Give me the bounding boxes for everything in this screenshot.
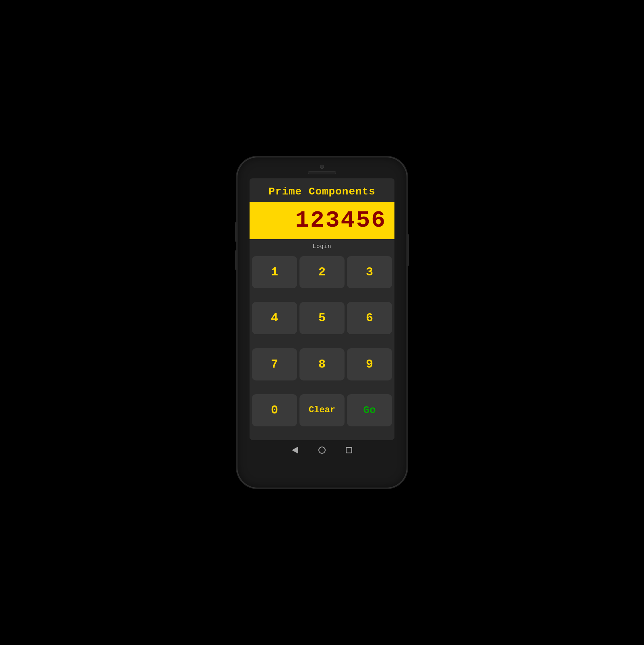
display-number: 123456 (295, 207, 386, 234)
volume-up-button (235, 222, 237, 242)
clear-button[interactable]: Clear (299, 394, 345, 426)
keypad: 1 2 3 4 5 6 7 8 9 0 Clear Go (250, 254, 394, 440)
go-button[interactable]: Go (347, 394, 392, 426)
phone-top-bar (237, 157, 407, 174)
nav-bar (237, 440, 407, 463)
back-button[interactable] (292, 447, 298, 454)
key-2[interactable]: 2 (299, 256, 345, 288)
login-button[interactable]: Login (312, 243, 331, 250)
key-5[interactable]: 5 (299, 302, 345, 334)
phone-device: Prime Components 123456 Login 1 2 3 4 5 … (237, 157, 407, 488)
key-7[interactable]: 7 (252, 348, 297, 380)
key-0[interactable]: 0 (252, 394, 297, 426)
key-8[interactable]: 8 (299, 348, 345, 380)
key-6[interactable]: 6 (347, 302, 392, 334)
key-3[interactable]: 3 (347, 256, 392, 288)
phone-screen: Prime Components 123456 Login 1 2 3 4 5 … (250, 178, 394, 440)
home-button[interactable] (318, 447, 326, 454)
key-4[interactable]: 4 (252, 302, 297, 334)
key-1[interactable]: 1 (252, 256, 297, 288)
app-title: Prime Components (250, 178, 394, 202)
recents-button[interactable] (346, 447, 352, 453)
number-display-area: 123456 (250, 202, 394, 239)
front-camera (320, 165, 324, 169)
power-button (407, 234, 409, 266)
key-9[interactable]: 9 (347, 348, 392, 380)
login-row: Login (250, 239, 394, 254)
speaker-grille (308, 171, 336, 174)
volume-down-button (235, 250, 237, 270)
